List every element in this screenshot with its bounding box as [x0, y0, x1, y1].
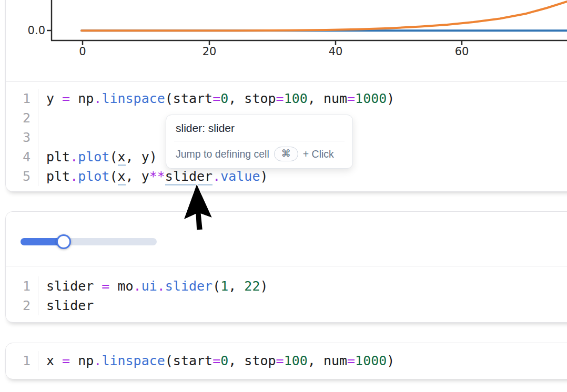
code-token: slider [46, 278, 102, 294]
code-token: ) [260, 169, 268, 184]
line-number: 1 [6, 351, 38, 370]
code-token: ui [141, 278, 157, 294]
code-token: (start [165, 91, 212, 106]
code-token: . [94, 353, 102, 368]
code-token: np [70, 91, 94, 106]
code-token: plot [78, 149, 109, 164]
code-text: y = np.linspace(start=0, stop=100, num=1… [38, 89, 394, 108]
code-token: . [212, 169, 220, 184]
code-line[interactable]: 1y = np.linspace(start=0, stop=100, num=… [6, 89, 567, 108]
code-token: ) [387, 353, 394, 368]
code-editor[interactable]: 1x = np.linspace(start=0, stop=100, num=… [6, 343, 567, 378]
line-number: 4 [6, 147, 38, 167]
underlined-variable[interactable]: x [118, 149, 126, 166]
code-token: , y) [126, 149, 157, 164]
code-token: , stop [228, 91, 276, 106]
code-token: ( [109, 169, 117, 184]
code-token: = [347, 91, 355, 106]
code-text [38, 128, 46, 147]
code-token: plt [46, 149, 70, 164]
line-number: 5 [6, 167, 38, 186]
code-token: ) [387, 91, 394, 106]
code-token: = [276, 353, 284, 368]
code-cell-slider: 1slider = mo.ui.slider(1, 22)2slider [5, 211, 567, 323]
code-token: (start [165, 353, 212, 368]
code-token: value [220, 169, 260, 184]
cell-output-plot [6, 0, 567, 81]
code-line[interactable]: 1slider = mo.ui.slider(1, 22) [6, 276, 567, 296]
underlined-variable[interactable]: slider [165, 169, 212, 185]
code-token: = [276, 91, 284, 106]
code-text: slider = mo.ui.slider(1, 22) [38, 276, 268, 296]
code-token: = [347, 353, 355, 368]
code-token: . [94, 91, 102, 106]
tooltip-action-label: Jump to defining cell [176, 148, 269, 160]
tooltip-action-suffix: + Click [303, 148, 334, 160]
line-number: 2 [6, 108, 38, 128]
line-number: 3 [6, 128, 38, 147]
code-token: . [134, 278, 141, 294]
code-token: 1 [220, 278, 228, 294]
code-token: 22 [244, 278, 260, 294]
code-token: ( [109, 149, 117, 164]
code-token: , y [126, 169, 149, 184]
code-token: 1000 [355, 91, 387, 106]
code-token: = [62, 91, 70, 106]
code-text: x = np.linspace(start=0, stop=100, num=1… [38, 351, 394, 370]
code-editor[interactable]: 1slider = mo.ui.slider(1, 22)2slider [6, 266, 567, 323]
code-token: = [212, 353, 220, 368]
code-token: . [70, 169, 78, 184]
code-token: np [70, 353, 94, 368]
code-line[interactable]: 5plt.plot(x, y**slider.value) [6, 167, 567, 186]
cell-output-slider [6, 212, 567, 266]
code-text: slider [38, 296, 94, 315]
line-number: 2 [6, 296, 38, 315]
underlined-variable[interactable]: x [118, 169, 126, 185]
variable-tooltip: slider: slider Jump to defining cell ⌘ +… [166, 115, 353, 169]
code-token: x [46, 353, 62, 368]
code-text: plt.plot(x, y**slider.value) [38, 167, 268, 186]
code-token: plot [78, 169, 109, 184]
code-token: 1000 [355, 353, 387, 368]
line-number: 1 [6, 276, 38, 296]
code-token: mo [109, 278, 133, 294]
code-token: plt [46, 169, 70, 184]
code-line[interactable]: 2slider [6, 296, 567, 315]
code-token: 0 [220, 91, 228, 106]
code-token: . [157, 278, 165, 294]
code-token: slider [165, 278, 212, 294]
code-token: y [46, 91, 62, 106]
code-token: ** [149, 169, 165, 184]
line-number: 1 [6, 89, 38, 108]
code-token: linspace [102, 91, 165, 106]
tooltip-action-row: Jump to defining cell ⌘ + Click [166, 141, 352, 168]
code-token: , num [308, 353, 347, 368]
code-token: , stop [228, 353, 276, 368]
code-token: slider [46, 298, 94, 313]
code-token: 0 [220, 353, 228, 368]
code-token: . [70, 149, 78, 164]
code-line[interactable]: 1x = np.linspace(start=0, stop=100, num=… [6, 351, 567, 370]
code-text: plt.plot(x, y) [38, 147, 157, 167]
code-text [38, 108, 46, 128]
code-token: , num [308, 91, 347, 106]
tooltip-title: slider: slider [166, 115, 352, 141]
slider-track[interactable] [21, 238, 157, 245]
code-token: = [62, 353, 70, 368]
code-token: linspace [102, 353, 165, 368]
code-token: ) [260, 278, 268, 294]
code-token: ( [212, 278, 220, 294]
code-token: 100 [284, 91, 308, 106]
code-cell-x: 1x = np.linspace(start=0, stop=100, num=… [5, 343, 567, 379]
code-token: = [102, 278, 109, 294]
code-token: = [212, 91, 220, 106]
code-token: 100 [284, 353, 308, 368]
slider-handle[interactable] [56, 234, 71, 249]
command-key-badge: ⌘ [274, 147, 298, 161]
code-token: , [228, 278, 244, 294]
